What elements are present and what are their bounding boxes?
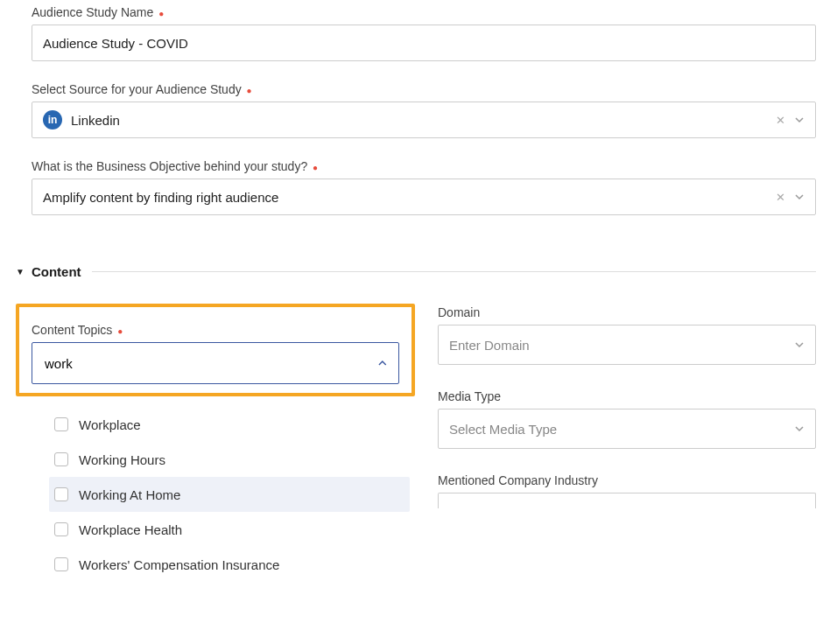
chevron-down-icon: [794, 340, 805, 350]
collapse-caret-icon: ▼: [16, 267, 25, 276]
domain-label-text: Domain: [438, 305, 480, 319]
checkbox-icon[interactable]: [54, 417, 68, 431]
objective-label-text: What is the Business Objective behind yo…: [32, 159, 307, 173]
topic-option-label: Working At Home: [79, 487, 180, 502]
source-field: Select Source for your Audience Study ● …: [32, 82, 816, 138]
required-indicator: ●: [158, 9, 164, 18]
objective-select[interactable]: Amplify content by finding right audienc…: [32, 178, 816, 215]
domain-placeholder: Enter Domain: [449, 338, 530, 353]
content-topics-highlight: Content Topics ●: [16, 304, 415, 396]
media-type-select[interactable]: Select Media Type: [438, 409, 816, 449]
source-select[interactable]: in Linkedin ✕: [32, 102, 816, 138]
domain-label: Domain: [438, 305, 816, 319]
chevron-down-icon: [794, 424, 805, 434]
source-label-text: Select Source for your Audience Study: [32, 82, 242, 96]
mentioned-industry-select[interactable]: [438, 493, 816, 508]
mentioned-industry-label-text: Mentioned Company Industry: [438, 473, 598, 487]
chevron-up-icon: [377, 358, 388, 368]
domain-select[interactable]: Enter Domain: [438, 325, 816, 365]
media-type-field: Media Type Select Media Type: [438, 389, 816, 449]
topic-option-label: Working Hours: [79, 452, 165, 467]
topic-option[interactable]: Workers' Compensation Insurance: [49, 547, 410, 582]
checkbox-icon[interactable]: [54, 487, 68, 501]
required-indicator: ●: [117, 326, 123, 336]
study-name-label: Audience Study Name ●: [32, 5, 816, 19]
linkedin-icon: in: [43, 110, 62, 130]
linkedin-icon-text: in: [48, 114, 58, 126]
topic-option-label: Workplace: [79, 417, 141, 432]
content-topics-search-input[interactable]: [43, 355, 377, 372]
section-divider: [92, 271, 816, 272]
domain-field: Domain Enter Domain: [438, 305, 816, 365]
media-type-placeholder: Select Media Type: [449, 422, 557, 437]
mentioned-industry-field: Mentioned Company Industry: [438, 473, 816, 508]
clear-icon[interactable]: ✕: [776, 191, 785, 204]
source-value: Linkedin: [71, 113, 120, 128]
media-type-label-text: Media Type: [438, 389, 501, 403]
topic-option-label: Workplace Health: [79, 522, 182, 537]
topic-option[interactable]: Workplace: [49, 407, 410, 442]
checkbox-icon[interactable]: [54, 557, 68, 571]
content-topics-label: Content Topics ●: [32, 323, 399, 337]
study-name-input[interactable]: [32, 24, 816, 61]
content-section-header[interactable]: ▼ Content: [32, 264, 816, 279]
content-section-title: Content: [32, 264, 81, 279]
source-label: Select Source for your Audience Study ●: [32, 82, 816, 96]
checkbox-icon[interactable]: [54, 452, 68, 466]
study-name-label-text: Audience Study Name: [32, 5, 153, 19]
clear-icon[interactable]: ✕: [776, 114, 785, 127]
media-type-label: Media Type: [438, 389, 816, 403]
chevron-down-icon: [794, 115, 805, 125]
study-name-field: Audience Study Name ●: [32, 5, 816, 61]
content-topics-combobox[interactable]: [32, 342, 399, 384]
checkbox-icon[interactable]: [54, 522, 68, 536]
mentioned-industry-label: Mentioned Company Industry: [438, 473, 816, 487]
content-topics-label-text: Content Topics: [32, 323, 112, 337]
required-indicator: ●: [313, 163, 318, 172]
objective-field: What is the Business Objective behind yo…: [32, 159, 816, 215]
topic-option-label: Workers' Compensation Insurance: [79, 557, 279, 572]
topic-option[interactable]: Working Hours: [49, 442, 410, 477]
objective-label: What is the Business Objective behind yo…: [32, 159, 816, 173]
required-indicator: ●: [247, 86, 252, 95]
objective-value: Amplify content by finding right audienc…: [43, 190, 278, 205]
topic-option[interactable]: Working At Home: [49, 477, 410, 512]
topic-option[interactable]: Workplace Health: [49, 512, 410, 547]
chevron-down-icon: [794, 192, 805, 202]
content-topics-dropdown: Workplace Working Hours Working At Home …: [32, 407, 410, 582]
